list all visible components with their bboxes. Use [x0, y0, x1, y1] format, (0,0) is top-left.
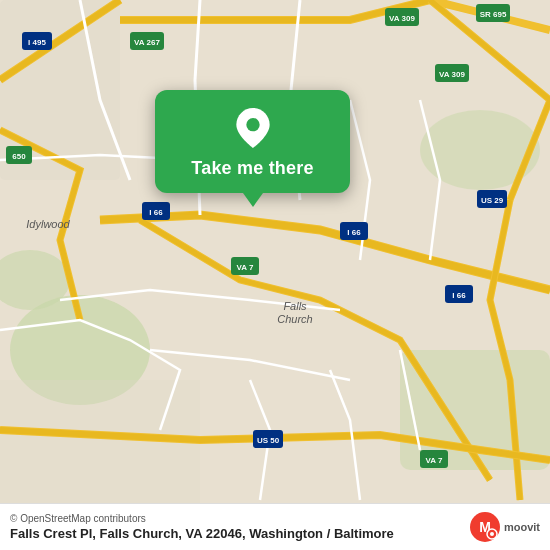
svg-text:650: 650 — [12, 152, 26, 161]
svg-text:Falls: Falls — [283, 300, 307, 312]
map-roads-svg: I 495 VA 267 VA 309 VA 309 SR 695 650 I … — [0, 0, 550, 550]
map-container: I 495 VA 267 VA 309 VA 309 SR 695 650 I … — [0, 0, 550, 550]
location-pin-icon — [233, 108, 273, 148]
moovit-text: moovit — [504, 520, 540, 534]
bottom-bar: © OpenStreetMap contributors Falls Crest… — [0, 503, 550, 550]
svg-point-39 — [490, 532, 494, 536]
moovit-logo: M moovit — [470, 512, 540, 542]
location-popup[interactable]: Take me there — [155, 90, 350, 193]
svg-text:VA 267: VA 267 — [134, 38, 160, 47]
svg-text:US 29: US 29 — [481, 196, 504, 205]
svg-text:I 66: I 66 — [149, 208, 163, 217]
svg-text:VA 7: VA 7 — [237, 263, 254, 272]
svg-text:I 495: I 495 — [28, 38, 46, 47]
location-text: Falls Crest Pl, Falls Church, VA 22046, … — [10, 526, 394, 541]
svg-text:Church: Church — [277, 313, 312, 325]
svg-text:VA 309: VA 309 — [389, 14, 415, 23]
svg-text:SR 695: SR 695 — [480, 10, 507, 19]
svg-text:I 66: I 66 — [347, 228, 361, 237]
bottom-info: © OpenStreetMap contributors Falls Crest… — [10, 513, 394, 541]
svg-text:I 66: I 66 — [452, 291, 466, 300]
take-me-there-label: Take me there — [191, 158, 313, 179]
svg-text:Idylwood: Idylwood — [26, 218, 70, 230]
osm-credit: © OpenStreetMap contributors — [10, 513, 394, 524]
moovit-icon: M — [470, 512, 500, 542]
svg-text:VA 7: VA 7 — [426, 456, 443, 465]
svg-point-35 — [246, 118, 259, 131]
svg-text:VA 309: VA 309 — [439, 70, 465, 79]
svg-text:US 50: US 50 — [257, 436, 280, 445]
